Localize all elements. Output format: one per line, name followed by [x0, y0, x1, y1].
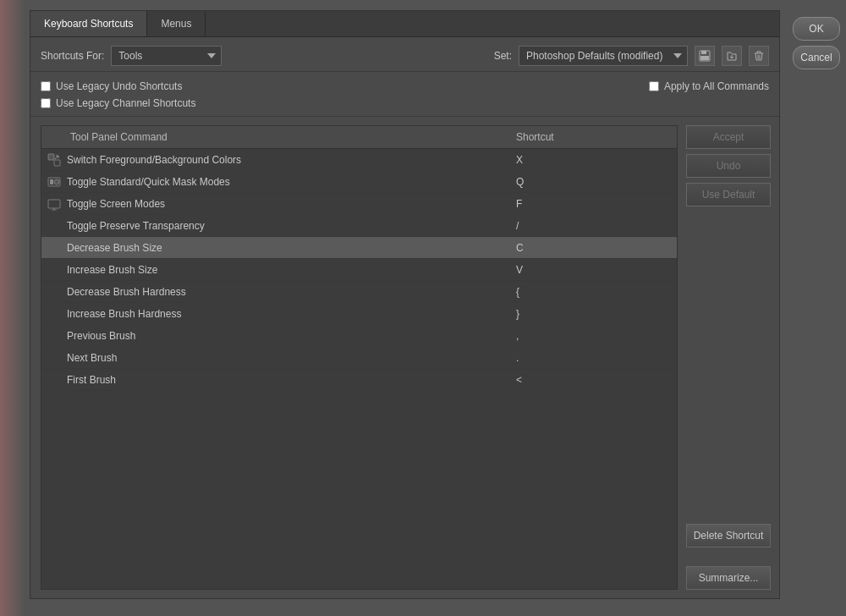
use-legacy-channel-row[interactable]: Use Legacy Channel Shortcuts	[41, 97, 195, 109]
apply-to-all-row: Apply to All Commands	[649, 80, 769, 92]
row-shortcut-text: {	[508, 283, 677, 301]
table-row[interactable]: First Brush<	[41, 369, 677, 391]
action-buttons-panel: Accept Undo Use Default Delete Shortcut …	[678, 117, 779, 598]
left-accent	[0, 0, 25, 616]
svg-rect-8	[48, 200, 60, 208]
accept-button[interactable]: Accept	[686, 125, 771, 149]
col-header-command: Tool Panel Command	[62, 131, 508, 143]
table-row[interactable]: Increase Brush SizeV	[41, 259, 677, 281]
table-row[interactable]: Next Brush.	[41, 347, 677, 369]
right-button-panel: OK Cancel	[787, 0, 846, 616]
shortcuts-for-label: Shortcuts For:	[41, 50, 104, 62]
svg-point-7	[54, 179, 59, 184]
table-row[interactable]: Toggle Screen ModesF	[41, 193, 677, 215]
row-shortcut-text: <	[508, 371, 677, 389]
row-command-text: Toggle Preserve Transparency	[62, 217, 508, 235]
summarize-button[interactable]: Summarize...	[686, 566, 771, 590]
header-icon-spacer	[41, 131, 62, 143]
ok-button[interactable]: OK	[793, 17, 840, 41]
svg-rect-1	[701, 51, 706, 54]
row-shortcut-text: V	[508, 261, 677, 279]
row-command-text: Toggle Standard/Quick Mask Modes	[62, 173, 508, 191]
load-set-icon[interactable]	[722, 46, 742, 66]
table-header: Tool Panel Command Shortcut	[41, 126, 677, 149]
apply-to-all-label: Apply to All Commands	[664, 80, 769, 92]
row-command-text: Previous Brush	[62, 327, 508, 345]
apply-to-all-label-row[interactable]: Apply to All Commands	[649, 80, 769, 92]
shortcuts-for-section: Shortcuts For: Tools Application Menus P…	[30, 37, 779, 66]
undo-button[interactable]: Undo	[686, 154, 771, 178]
row-shortcut-text: C	[508, 239, 677, 257]
use-legacy-undo-checkbox[interactable]	[41, 81, 51, 91]
use-legacy-channel-checkbox[interactable]	[41, 98, 51, 108]
svg-rect-6	[50, 179, 53, 184]
row-command-text: Decrease Brush Hardness	[62, 283, 508, 301]
col-header-shortcut: Shortcut	[508, 131, 677, 143]
use-legacy-channel-label: Use Legacy Channel Shortcuts	[56, 97, 195, 109]
row-command-text: Switch Foreground/Background Colors	[62, 151, 508, 169]
row-command-text: Increase Brush Size	[62, 261, 508, 279]
main-content: Tool Panel Command Shortcut Switch Foreg…	[30, 117, 779, 598]
svg-rect-2	[700, 56, 709, 60]
shortcuts-table: Tool Panel Command Shortcut Switch Foreg…	[41, 125, 678, 590]
row-command-text: First Brush	[62, 371, 508, 389]
row-shortcut-text: Q	[508, 173, 677, 191]
row-icon	[41, 197, 62, 211]
table-row[interactable]: Decrease Brush Hardness{	[41, 281, 677, 303]
svg-rect-3	[48, 154, 54, 160]
row-shortcut-text: /	[508, 217, 677, 235]
table-row[interactable]: Switch Foreground/Background ColorsX	[41, 149, 677, 171]
table-area: Tool Panel Command Shortcut Switch Foreg…	[30, 117, 678, 598]
tab-menus[interactable]: Menus	[147, 11, 206, 36]
checkboxes-section: Use Legacy Undo Shortcuts Use Legacy Cha…	[30, 71, 779, 117]
left-checkboxes: Use Legacy Undo Shortcuts Use Legacy Cha…	[41, 80, 195, 109]
use-legacy-undo-label: Use Legacy Undo Shortcuts	[56, 80, 182, 92]
set-dropdown[interactable]: Photoshop Defaults (modified) Photoshop …	[519, 46, 688, 66]
table-row[interactable]: Increase Brush Hardness}	[41, 303, 677, 325]
delete-set-icon[interactable]	[749, 46, 769, 66]
row-shortcut-text: X	[508, 151, 677, 169]
row-command-text: Next Brush	[62, 349, 508, 367]
set-label: Set:	[494, 50, 512, 62]
row-command-text: Decrease Brush Size	[62, 239, 508, 257]
row-icon	[41, 153, 62, 167]
table-body: Switch Foreground/Background ColorsX Tog…	[41, 149, 677, 589]
table-row[interactable]: Previous Brush,	[41, 325, 677, 347]
row-command-text: Toggle Screen Modes	[62, 195, 508, 213]
svg-rect-4	[54, 160, 60, 166]
table-row[interactable]: Toggle Preserve Transparency/	[41, 215, 677, 237]
keyboard-shortcuts-dialog: Keyboard Shortcuts Menus Shortcuts For: …	[30, 10, 780, 599]
dialog-tabs: Keyboard Shortcuts Menus	[30, 11, 779, 37]
row-shortcut-text: F	[508, 195, 677, 213]
row-shortcut-text: }	[508, 305, 677, 323]
row-icon	[41, 175, 62, 189]
apply-to-all-checkbox[interactable]	[649, 81, 659, 91]
delete-shortcut-button[interactable]: Delete Shortcut	[686, 524, 771, 547]
table-row[interactable]: Toggle Standard/Quick Mask ModesQ	[41, 171, 677, 193]
use-default-button[interactable]: Use Default	[686, 183, 771, 206]
row-shortcut-text: .	[508, 349, 677, 367]
row-command-text: Increase Brush Hardness	[62, 305, 508, 323]
save-set-icon[interactable]	[695, 46, 715, 66]
shortcuts-for-dropdown[interactable]: Tools Application Menus Panel Menus Task…	[111, 46, 222, 66]
row-shortcut-text: ,	[508, 327, 677, 345]
use-legacy-undo-row[interactable]: Use Legacy Undo Shortcuts	[41, 80, 195, 92]
tab-keyboard-shortcuts[interactable]: Keyboard Shortcuts	[30, 11, 147, 36]
cancel-button[interactable]: Cancel	[793, 46, 840, 69]
table-row[interactable]: Decrease Brush SizeC	[41, 237, 677, 259]
